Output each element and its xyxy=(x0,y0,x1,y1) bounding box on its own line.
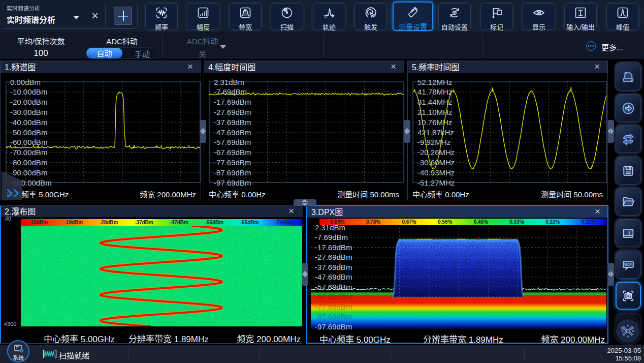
svg-text:-87.69dBm: -87.69dBm xyxy=(315,312,352,321)
svg-text:-17.69dBm: -17.69dBm xyxy=(315,243,352,252)
svg-text:-37.69dBm: -37.69dBm xyxy=(315,263,352,271)
svg-text:2.31dBm: 2.31dBm xyxy=(315,223,345,232)
svg-text:-27.69dBm: -27.69dBm xyxy=(315,253,352,261)
svg-text:-97.69dBm: -97.69dBm xyxy=(315,322,352,331)
svg-text:-7.69dBm: -7.69dBm xyxy=(315,233,348,241)
svg-text:-67.69dBm: -67.69dBm xyxy=(315,292,352,301)
svg-text:-47.69dBm: -47.69dBm xyxy=(315,273,352,281)
svg-text:-77.69dBm: -77.69dBm xyxy=(315,302,352,311)
svg-text:*SCPI: *SCPI xyxy=(624,262,632,266)
